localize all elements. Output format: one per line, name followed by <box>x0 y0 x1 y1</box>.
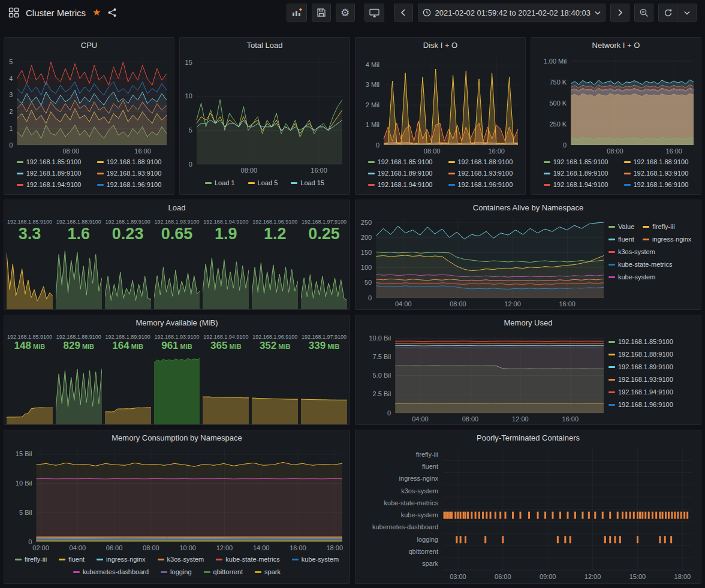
legend-item-192.168.1.85:9100[interactable]: 192.168.1.85:9100 <box>368 157 433 167</box>
dashboard-title[interactable]: Cluster Metrics <box>26 8 86 18</box>
legend-swatch <box>368 161 375 163</box>
panel-containers-alive-title[interactable]: Containers Alive by Namespace <box>355 200 701 216</box>
legend-item-kube-state-metrics[interactable]: kube-state-metrics <box>608 260 672 270</box>
stat-value: 0.65 <box>154 225 200 243</box>
legend-item-192.168.1.89:9100[interactable]: 192.168.1.89:9100 <box>544 168 608 179</box>
containers-alive-chart[interactable]: 05010015020025004:0008:0012:0016:00 <box>359 216 607 308</box>
legend-item-Value[interactable]: Value <box>608 222 634 232</box>
svg-text:250: 250 <box>361 219 372 226</box>
share-icon[interactable] <box>107 8 117 17</box>
legend-item-fluent[interactable]: fluent <box>59 554 85 565</box>
refresh-interval-button[interactable] <box>677 4 697 22</box>
legend-item-192.168.1.85:9100[interactable]: 192.168.1.85:9100 <box>544 157 608 167</box>
legend-item-192.168.1.93:9100[interactable]: 192.168.1.93:9100 <box>448 168 513 179</box>
legend-item-192.168.1.93:9100[interactable]: 192.168.1.93:9100 <box>608 375 673 385</box>
panel-memory-used-title[interactable]: Memory Used <box>355 315 701 331</box>
legend-item-logging[interactable]: logging <box>161 567 191 577</box>
legend-item-kube-state-metrics[interactable]: kube-state-metrics <box>216 554 279 565</box>
disk-io-chart[interactable]: 01 Mil2 Mil3 Mil4 Mil08:0016:00 <box>359 53 522 155</box>
panel-cpu-title[interactable]: CPU <box>4 38 174 53</box>
legend-item-192.168.1.88:9100[interactable]: 192.168.1.88:9100 <box>448 157 513 167</box>
refresh-button-group <box>658 4 697 22</box>
legend-item-fluent[interactable]: fluent <box>608 234 634 245</box>
zoom-out-button[interactable] <box>634 4 653 22</box>
svg-text:0: 0 <box>368 294 372 301</box>
panel-network-io-title[interactable]: Network I + O <box>531 38 701 53</box>
legend-item-k3os-system[interactable]: k3os-system <box>158 554 204 565</box>
legend-item-kube-system[interactable]: kube-system <box>292 554 339 565</box>
legend-item-kube-system[interactable]: kube-system <box>608 272 655 282</box>
svg-text:18:00: 18:00 <box>674 573 691 580</box>
panel-disk-io-title[interactable]: Disk I + O <box>355 38 525 53</box>
legend-item-192.168.1.89:9100[interactable]: 192.168.1.89:9100 <box>17 168 82 179</box>
legend-item-192.168.1.94:9100[interactable]: 192.168.1.94:9100 <box>608 387 673 397</box>
dashboards-grid-icon[interactable] <box>8 7 19 18</box>
legend-item-192.168.1.96:9100[interactable]: 192.168.1.96:9100 <box>624 180 689 190</box>
disk-io-legend: 192.168.1.85:9100192.168.1.88:9100192.16… <box>359 155 522 193</box>
legend-item-192.168.1.89:9100[interactable]: 192.168.1.89:9100 <box>608 362 673 372</box>
legend-item-kubernetes-dashboard[interactable]: kubernetes-dashboard <box>73 567 149 577</box>
legend-item-firefly-iii[interactable]: firefly-iii <box>643 222 674 232</box>
legend-item-192.168.1.85:9100[interactable]: 192.168.1.85:9100 <box>17 157 82 167</box>
svg-text:0: 0 <box>28 538 32 545</box>
svg-text:16:00: 16:00 <box>562 415 579 423</box>
legend-item-k3os-system[interactable]: k3os-system <box>608 247 655 257</box>
cycle-view-mode-button[interactable] <box>364 4 384 22</box>
time-range-forward-button[interactable] <box>610 4 629 22</box>
load-stats: 192.168.1.85:91003.3192.168.1.88:91001.6… <box>4 217 350 309</box>
panel-total-load-title[interactable]: Total Load <box>180 38 350 53</box>
poorly-terminated-chart[interactable]: firefly-iiifluentingress-nginxk3os-syste… <box>359 446 697 582</box>
legend-item-192.168.1.88:9100[interactable]: 192.168.1.88:9100 <box>608 349 673 360</box>
legend-item-192.168.1.85:9100[interactable]: 192.168.1.85:9100 <box>608 337 673 347</box>
legend-item-spark[interactable]: spark <box>255 567 281 577</box>
panel-memory-available-title[interactable]: Memory Available (MiB) <box>4 315 350 331</box>
favorite-star-icon[interactable]: ★ <box>92 8 101 17</box>
legend-item-192.168.1.88:9100[interactable]: 192.168.1.88:9100 <box>97 157 162 167</box>
legend-item-192.168.1.88:9100[interactable]: 192.168.1.88:9100 <box>624 157 689 167</box>
legend-item-192.168.1.93:9100[interactable]: 192.168.1.93:9100 <box>624 168 689 179</box>
svg-text:3 Mil: 3 Mil <box>366 81 379 88</box>
stat-value: 164 MiB <box>105 340 151 352</box>
time-range-back-button[interactable] <box>394 4 413 22</box>
panel-total-load: Total Load 05101508:0016:00 Load 1Load 5… <box>179 37 350 195</box>
svg-text:16:00: 16:00 <box>311 167 327 174</box>
panel-load-title[interactable]: Load <box>4 200 350 216</box>
legend-item-Load 1[interactable]: Load 1 <box>205 178 235 188</box>
svg-text:2: 2 <box>9 108 13 115</box>
legend-item-ingress-nginx[interactable]: ingress-nginx <box>643 234 691 245</box>
stat-label: 192.168.1.85:9100 <box>7 332 53 340</box>
legend-item-192.168.1.93:9100[interactable]: 192.168.1.93:9100 <box>97 168 162 179</box>
legend-item-192.168.1.96:9100[interactable]: 192.168.1.96:9100 <box>608 400 673 410</box>
save-dashboard-button[interactable] <box>312 4 331 22</box>
legend-item-192.168.1.94:9100[interactable]: 192.168.1.94:9100 <box>544 180 608 190</box>
legend-item-qbittorrent[interactable]: qbittorrent <box>204 567 243 577</box>
memory-consumption-chart[interactable]: 05 Bil10 Bil15 Bil02:0004:0006:0008:0010… <box>8 446 346 552</box>
network-io-chart[interactable]: 0250 K500 K750 K1.00 Mil08:0016:00 <box>535 53 697 155</box>
svg-text:7.5 Bil: 7.5 Bil <box>373 353 391 360</box>
total-load-chart[interactable]: 05101508:0016:00 <box>183 53 346 174</box>
legend-item-192.168.1.94:9100[interactable]: 192.168.1.94:9100 <box>17 180 82 190</box>
legend-item-192.168.1.96:9100[interactable]: 192.168.1.96:9100 <box>448 180 513 190</box>
time-range-button[interactable]: 2021-02-02 01:59:42 to 2021-02-02 18:40:… <box>418 4 606 22</box>
legend-item-192.168.1.96:9100[interactable]: 192.168.1.96:9100 <box>97 180 162 190</box>
refresh-button[interactable] <box>658 4 677 22</box>
add-panel-button[interactable] <box>287 4 307 22</box>
memory-used-chart[interactable]: 02.5 Bil5.0 Bil7.5 Bil10.0 Bil04:0008:00… <box>359 331 607 423</box>
stat-label: 192.168.1.89:9100 <box>105 217 151 225</box>
panel-memory-consumption-title[interactable]: Memory Consumption by Namespace <box>4 430 350 446</box>
stat-192.168.1.88:9100: 192.168.1.88:9100829 MiB <box>56 332 102 424</box>
legend-item-192.168.1.94:9100[interactable]: 192.168.1.94:9100 <box>368 180 433 190</box>
cpu-chart[interactable]: 01234508:0016:00 <box>8 53 170 155</box>
legend-item-firefly-iii[interactable]: firefly-iii <box>15 554 47 565</box>
legend-swatch <box>161 571 167 573</box>
legend-item-Load 15[interactable]: Load 15 <box>291 178 324 188</box>
refresh-icon <box>664 8 673 17</box>
svg-text:06:00: 06:00 <box>106 544 123 551</box>
panel-poorly-terminated-title[interactable]: Poorly-Terminated Containers <box>355 430 701 446</box>
legend-item-192.168.1.89:9100[interactable]: 192.168.1.89:9100 <box>368 168 433 179</box>
legend-item-ingress-nginx[interactable]: ingress-nginx <box>97 554 145 565</box>
stat-value: 1.9 <box>203 225 249 243</box>
legend-item-Load 5[interactable]: Load 5 <box>248 178 278 188</box>
svg-text:k3os-system: k3os-system <box>401 487 438 494</box>
dashboard-settings-button[interactable]: ⚙ <box>336 4 355 22</box>
